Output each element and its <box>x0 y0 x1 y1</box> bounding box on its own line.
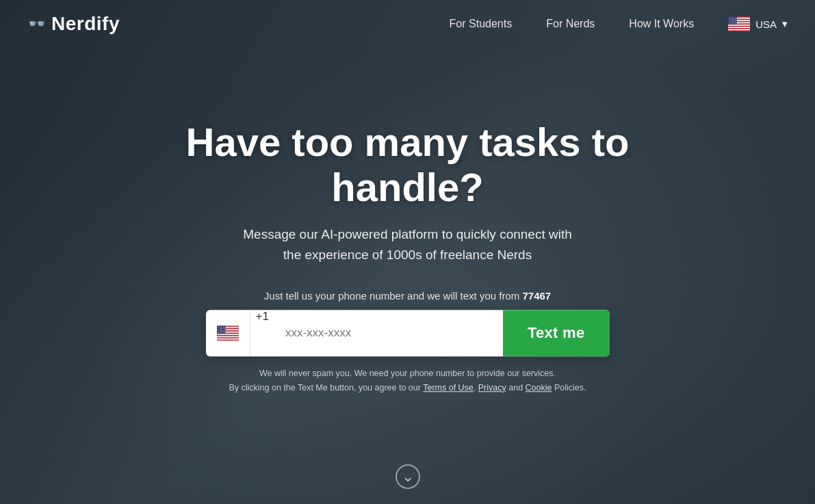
locale-selector[interactable]: ★ ★ ★ ★ ★ ★ ★ ★ ★ ★ ★ ★ ★ ★ ★ ★ ★ ★ ★ ★ … <box>728 16 788 31</box>
logo-link[interactable]: 👓 Nerdify <box>27 13 120 35</box>
svg-rect-19 <box>217 339 239 340</box>
svg-rect-6 <box>728 29 750 31</box>
logo-text: Nerdify <box>51 13 120 35</box>
logo-glasses-icon: 👓 <box>27 15 46 33</box>
svg-rect-4 <box>728 25 750 26</box>
phone-flag-section[interactable]: ★ ★ ★ ★ ★ ★ ★ ★ ★ ★ ★ ★ ★ ★ ★ ★ ★ ★ ★ ★ … <box>206 310 250 356</box>
phone-input-box: ★ ★ ★ ★ ★ ★ ★ ★ ★ ★ ★ ★ ★ ★ ★ ★ ★ ★ ★ ★ … <box>206 310 610 356</box>
cookie-link[interactable]: Cookie <box>526 383 552 393</box>
phone-prefix: +1 <box>250 310 274 356</box>
phone-prompt: Just tell us your phone number and we wi… <box>134 290 682 302</box>
hero-section: 👓 Nerdify For Students For Nerds How It … <box>0 0 815 504</box>
scroll-indicator[interactable]: ⌄ <box>396 464 420 489</box>
text-me-button[interactable]: Text me <box>503 310 610 356</box>
nav-for-nerds[interactable]: For Nerds <box>546 18 595 30</box>
shortcode-number: 77467 <box>522 290 551 302</box>
hero-subtitle-line2: the experience of 1000s of freelance Ner… <box>283 248 532 263</box>
navbar: 👓 Nerdify For Students For Nerds How It … <box>0 0 815 48</box>
disclaimer-line1: We will never spam you. We need your pho… <box>134 367 682 381</box>
terms-link[interactable]: Terms of Use <box>423 383 474 393</box>
nav-how-it-works[interactable]: How It Works <box>629 18 694 30</box>
locale-dropdown-icon: ▾ <box>782 18 788 30</box>
nav-for-students[interactable]: For Students <box>450 18 513 30</box>
svg-rect-17 <box>217 334 239 335</box>
hero-title: Have too many tasks to handle? <box>134 120 682 211</box>
disclaimer: We will never spam you. We need your pho… <box>134 367 682 396</box>
svg-rect-18 <box>217 336 239 337</box>
locale-country: USA <box>755 18 777 30</box>
hero-subtitle: Message our AI-powered platform to quick… <box>134 224 682 266</box>
hero-content: Have too many tasks to handle? Message o… <box>134 120 682 396</box>
nav-links: For Students For Nerds How It Works ★ ★ … <box>450 16 788 31</box>
privacy-link[interactable]: Privacy <box>478 383 506 393</box>
chevron-down-icon: ⌄ <box>402 468 414 486</box>
svg-rect-5 <box>728 27 750 28</box>
disclaimer-line2: By clicking on the Text Me button, you a… <box>134 381 682 395</box>
phone-input-field[interactable] <box>274 310 503 356</box>
us-flag-icon: ★ ★ ★ ★ ★ ★ ★ ★ ★ ★ ★ ★ ★ ★ ★ ★ ★ ★ ★ ★ … <box>728 16 750 31</box>
hero-subtitle-line1: Message our AI-powered platform to quick… <box>243 227 572 241</box>
phone-us-flag-icon: ★ ★ ★ ★ ★ ★ ★ ★ ★ ★ ★ ★ ★ ★ ★ ★ ★ ★ ★ ★ … <box>217 326 239 341</box>
